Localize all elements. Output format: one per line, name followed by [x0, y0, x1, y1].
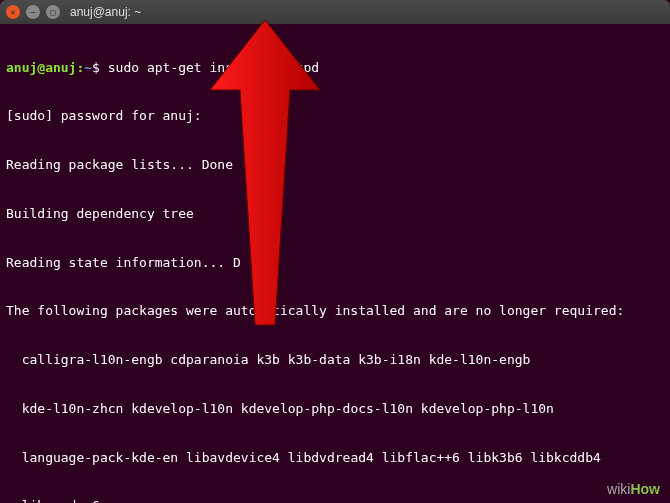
output-line: calligra-l10n-engb cdparanoia k3b k3b-da…: [6, 352, 664, 368]
window-title: anuj@anuj: ~: [70, 5, 141, 19]
entered-command: sudo apt-get install vsftpd: [108, 60, 319, 75]
maximize-icon[interactable]: ▢: [46, 5, 60, 19]
window-titlebar: ✕ − ▢ anuj@anuj: ~: [0, 0, 670, 24]
terminal-output[interactable]: anuj@anuj:~$ sudo apt-get install vsftpd…: [0, 24, 670, 503]
prompt-line: anuj@anuj:~$ sudo apt-get install vsftpd: [6, 60, 664, 76]
output-line: kde-l10n-zhcn kdevelop-l10n kdevelop-php…: [6, 401, 664, 417]
output-line: Building dependency tree: [6, 206, 664, 222]
output-line: language-pack-kde-en libavdevice4 libdvd…: [6, 450, 664, 466]
minimize-icon[interactable]: −: [26, 5, 40, 19]
output-line: [sudo] password for anuj:: [6, 108, 664, 124]
output-line: Reading package lists... Done: [6, 157, 664, 173]
close-icon[interactable]: ✕: [6, 5, 20, 19]
output-line: libmpcdec6: [6, 498, 664, 503]
prompt-symbol: $: [92, 60, 100, 75]
watermark-wiki: wiki: [607, 481, 630, 497]
prompt-user-host: anuj@anuj: [6, 60, 76, 75]
output-line: Reading state information... D: [6, 255, 664, 271]
watermark-how: How: [630, 481, 660, 497]
output-line: The following packages were automaticall…: [6, 303, 664, 319]
watermark: wikiHow: [607, 481, 660, 497]
prompt-path: ~: [84, 60, 92, 75]
